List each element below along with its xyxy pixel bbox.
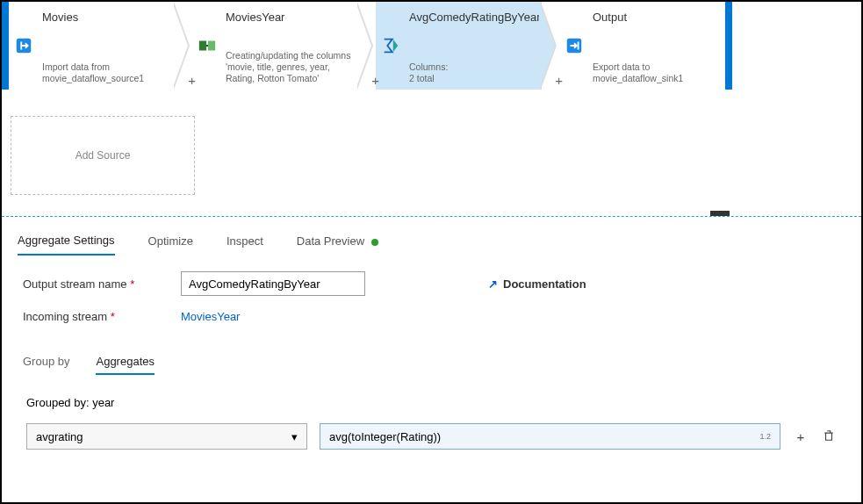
- tab-data-preview[interactable]: Data Preview: [297, 234, 378, 255]
- tab-inspect[interactable]: Inspect: [227, 234, 263, 255]
- node-title: Output: [593, 11, 718, 24]
- node-desc: Creating/updating the columns 'movie, ti…: [226, 50, 351, 84]
- external-link-icon: ↗: [488, 277, 498, 291]
- node-title: MoviesYear: [226, 11, 351, 24]
- documentation-label: Documentation: [503, 277, 586, 291]
- node-handle: [2, 2, 9, 90]
- expression-type-hint: 1.2: [759, 432, 771, 441]
- aggregate-column-dropdown[interactable]: avgrating ▾: [26, 423, 307, 450]
- incoming-stream-value[interactable]: MoviesYear: [181, 310, 240, 323]
- aggregate-column-value: avgrating: [36, 430, 83, 443]
- documentation-link[interactable]: ↗ Documentation: [488, 277, 586, 291]
- sink-icon: [559, 2, 589, 90]
- node-desc: Columns: 2 total: [409, 61, 535, 84]
- svg-rect-2: [208, 41, 215, 51]
- aggregate-icon: [376, 2, 406, 90]
- aggregate-subtabs: Group by Aggregates: [2, 349, 861, 385]
- settings-tabs: Aggregate Settings Optimize Inspect Data…: [2, 221, 861, 259]
- columns-count: 2 total: [409, 73, 435, 83]
- flow-node-output[interactable]: Output Export data to movie_dataflow_sin…: [559, 2, 732, 90]
- pane-divider[interactable]: [2, 212, 861, 221]
- output-stream-label: Output stream name *: [23, 277, 181, 291]
- derive-icon: [192, 2, 222, 90]
- tab-optimize[interactable]: Optimize: [148, 234, 193, 255]
- subtab-aggregates[interactable]: Aggregates: [96, 355, 155, 375]
- required-marker: *: [111, 310, 115, 323]
- node-handle: [725, 2, 732, 90]
- aggregate-expression-value: avg(toInteger(Rating)): [329, 430, 441, 443]
- delete-row-button[interactable]: [821, 429, 837, 444]
- add-row-button[interactable]: +: [793, 429, 809, 444]
- aggregate-settings-form: Output stream name * ↗ Documentation Inc…: [2, 259, 861, 349]
- output-stream-input[interactable]: [181, 271, 365, 296]
- required-marker: *: [130, 277, 134, 291]
- dataflow-graph: Movies Import data from movie_dataflow_s…: [2, 2, 861, 90]
- node-title: Movies: [42, 11, 168, 24]
- drag-handle-icon[interactable]: [710, 211, 730, 216]
- add-step-button[interactable]: +: [555, 73, 563, 88]
- flow-node-movies[interactable]: Movies Import data from movie_dataflow_s…: [2, 2, 192, 90]
- incoming-stream-label: Incoming stream *: [23, 310, 181, 323]
- add-source-button[interactable]: Add Source: [11, 116, 195, 195]
- status-dot-icon: [371, 239, 378, 246]
- columns-label: Columns:: [409, 61, 448, 72]
- node-desc: Export data to movie_dataflow_sink1: [593, 61, 718, 84]
- node-title: AvgComedyRatingByYear: [409, 11, 535, 24]
- svg-rect-1: [199, 41, 206, 51]
- add-source-label: Add Source: [76, 149, 131, 162]
- aggregate-row: avgrating ▾ avg(toInteger(Rating)) 1.2 +: [2, 418, 861, 467]
- add-step-button[interactable]: +: [371, 73, 379, 88]
- aggregate-expression-input[interactable]: avg(toInteger(Rating)) 1.2: [320, 423, 780, 450]
- flow-node-moviesyear[interactable]: MoviesYear Creating/updating the columns…: [192, 2, 376, 90]
- tab-label: Data Preview: [297, 234, 364, 248]
- source-icon: [9, 2, 39, 90]
- trash-icon: [823, 429, 835, 442]
- caret-down-icon: ▾: [291, 430, 298, 443]
- subtab-group-by[interactable]: Group by: [23, 355, 69, 375]
- flow-node-avgcomedyrating[interactable]: AvgComedyRatingByYear Columns: 2 total +: [376, 2, 559, 90]
- tab-aggregate-settings[interactable]: Aggregate Settings: [18, 234, 115, 256]
- node-desc: Import data from movie_dataflow_source1: [42, 61, 168, 84]
- grouped-by-label: Grouped by: year: [2, 385, 861, 418]
- add-step-button[interactable]: +: [188, 73, 196, 88]
